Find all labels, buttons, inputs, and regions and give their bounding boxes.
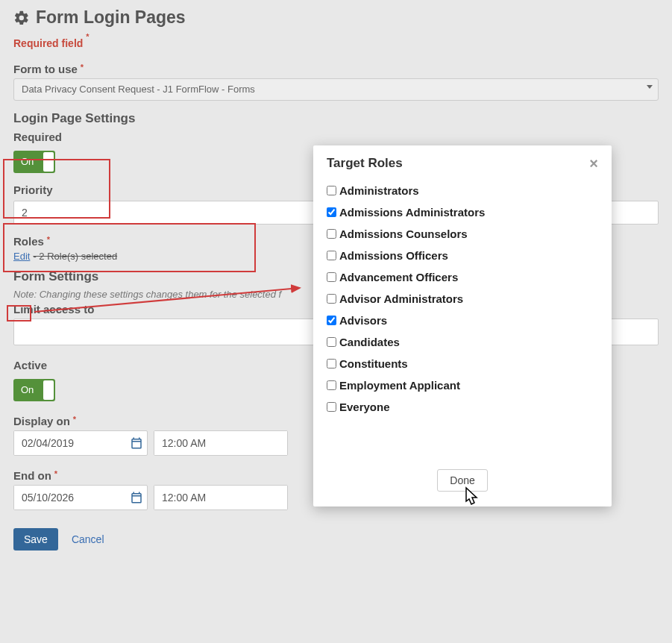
roles-list[interactable]: AdministratorsAdmissions AdministratorsA…	[327, 180, 604, 450]
role-checkbox[interactable]	[327, 359, 336, 368]
required-field-note: Required field*	[13, 35, 659, 49]
role-checkbox[interactable]	[327, 402, 336, 412]
role-item[interactable]: Everyone	[327, 396, 601, 418]
role-checkbox[interactable]	[327, 229, 336, 239]
role-checkbox[interactable]	[327, 380, 336, 390]
page-title: Form Login Pages	[36, 7, 186, 28]
form-to-use-select[interactable]: Data Privacy Consent Request - J1 FormFl…	[13, 78, 659, 101]
role-item[interactable]: Advancement Officers	[327, 266, 601, 288]
role-item[interactable]: Constituents	[327, 353, 601, 374]
cancel-button[interactable]: Cancel	[72, 533, 104, 545]
role-label: Advisors	[339, 314, 387, 327]
role-label: Admissions Officers	[339, 249, 448, 262]
role-item[interactable]: Advisor Administrators	[327, 288, 601, 310]
role-label: Admissions Administrators	[339, 206, 485, 219]
modal-title: Target Roles	[327, 156, 403, 171]
end-on-time[interactable]	[154, 485, 288, 510]
done-button[interactable]: Done	[437, 469, 487, 492]
form-to-use-label: Form to use*	[13, 63, 659, 75]
calendar-icon[interactable]	[126, 485, 147, 510]
target-roles-modal: Target Roles × AdministratorsAdmissions …	[313, 145, 612, 506]
role-checkbox[interactable]	[327, 316, 336, 325]
page-header: Form Login Pages	[13, 7, 659, 28]
role-checkbox[interactable]	[327, 337, 336, 347]
role-label: Administrators	[339, 184, 419, 197]
close-icon[interactable]: ×	[589, 156, 598, 171]
role-item[interactable]: Admissions Counselors	[327, 223, 601, 245]
required-toggle[interactable]: On	[13, 151, 55, 173]
role-item[interactable]: Admissions Officers	[327, 245, 601, 266]
role-checkbox[interactable]	[327, 272, 336, 282]
role-label: Admissions Counselors	[339, 228, 468, 240]
end-on-date[interactable]	[13, 485, 148, 510]
role-checkbox[interactable]	[327, 294, 336, 304]
display-on-time[interactable]	[154, 430, 288, 456]
role-item[interactable]: Administrators	[327, 180, 601, 201]
role-checkbox[interactable]	[327, 186, 336, 195]
role-label: Constituents	[339, 357, 408, 370]
role-item[interactable]: Employment Applicant	[327, 374, 601, 396]
role-item[interactable]: Candidates	[327, 331, 601, 353]
display-on-date[interactable]	[13, 430, 148, 456]
required-label: Required	[13, 131, 659, 143]
role-label: Employment Applicant	[339, 379, 460, 392]
role-label: Candidates	[339, 336, 400, 348]
role-label: Advancement Officers	[339, 271, 458, 283]
role-checkbox[interactable]	[327, 207, 336, 217]
calendar-icon[interactable]	[126, 430, 147, 456]
roles-edit-link[interactable]: Edit	[13, 251, 30, 262]
role-item[interactable]: Advisors	[327, 310, 601, 331]
role-checkbox[interactable]	[327, 251, 336, 260]
role-label: Everyone	[339, 401, 390, 413]
role-item[interactable]: Admissions Administrators	[327, 201, 601, 223]
roles-selected-text: - 2 Role(s) selected	[33, 251, 117, 262]
login-page-settings-heading: Login Page Settings	[13, 111, 659, 126]
active-toggle[interactable]: On	[13, 379, 55, 401]
save-button[interactable]: Save	[13, 528, 58, 551]
role-label: Advisor Administrators	[339, 292, 463, 305]
gear-icon	[13, 10, 30, 26]
